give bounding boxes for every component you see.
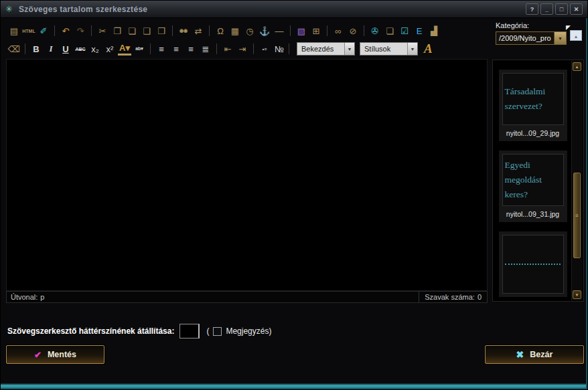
chevron-down-icon[interactable]: ▼ <box>344 43 354 55</box>
horizontal-rule-icon[interactable]: — <box>273 24 286 37</box>
paste-as-text-icon[interactable]: ❑ <box>140 24 153 37</box>
paste-from-word-icon[interactable]: ❒ <box>155 24 168 37</box>
title-bar[interactable]: ✳ Szöveges tartalom szerkesztése ? _ □ ✕ <box>1 1 587 18</box>
cut-icon[interactable]: ✂ <box>96 24 109 37</box>
scroll-down-icon[interactable]: ▼ <box>573 290 581 299</box>
thumbnail-item[interactable]: Társadalmi szervezet? nyitol...09_29.jpg <box>499 70 567 141</box>
insert-image-from-gallery-icon[interactable]: ◤ ▲ <box>567 27 582 41</box>
thumbnail-item[interactable] <box>499 231 567 297</box>
bullet-list-icon[interactable]: •≡ <box>258 42 271 56</box>
close-button-label: Bezár <box>530 350 553 359</box>
toolbar-separator <box>289 43 289 54</box>
toolbar-separator <box>25 43 25 54</box>
scrollbar-thumb[interactable]: ≡ <box>573 173 581 258</box>
chevron-down-icon[interactable]: ▼ <box>407 43 417 55</box>
close-window-button[interactable]: ✕ <box>570 3 583 15</box>
find-replace-icon[interactable]: ⇄ <box>192 24 205 37</box>
insert-date-icon[interactable]: ▦ <box>228 24 242 37</box>
minimize-button[interactable]: _ <box>540 3 553 15</box>
outdent-icon[interactable]: ⇤ <box>221 42 234 56</box>
unlink-icon[interactable]: ⊘ <box>346 24 360 37</box>
plugin-chart-icon[interactable]: ▟ <box>427 24 441 37</box>
maximize-button[interactable]: □ <box>555 3 568 15</box>
scroll-up-icon[interactable]: ▲ <box>573 62 581 71</box>
toolbar-separator <box>364 25 364 36</box>
special-char-icon[interactable]: Ω <box>214 24 227 37</box>
thumbnail-image <box>502 235 564 294</box>
text-color-icon[interactable]: A▾ <box>118 43 131 56</box>
toolbar-separator <box>327 25 327 36</box>
toolbar-separator <box>253 43 254 54</box>
element-path-value[interactable]: p <box>40 293 44 301</box>
find-icon[interactable]: ◉◉ <box>177 24 190 37</box>
background-color-icon[interactable]: ab▾ <box>133 42 146 56</box>
toolbar-separator <box>54 25 55 36</box>
insert-table-icon[interactable]: ⊞ <box>309 24 323 37</box>
close-button[interactable]: ✖ Bezár <box>485 345 584 364</box>
link-icon[interactable]: ∞ <box>332 24 345 37</box>
thumbnail-list: Társadalmi szervezet? nyitol...09_29.jpg… <box>494 60 571 300</box>
window-controls: ? _ □ ✕ <box>526 3 583 15</box>
background-color-swatch[interactable] <box>179 324 200 338</box>
plugin-embed-e-icon[interactable]: E <box>413 24 426 37</box>
toolbar-separator <box>216 43 217 54</box>
thumbnail-item[interactable]: Egyedi megoldást keres? nyitol...09_31.j… <box>499 151 567 222</box>
underline-icon[interactable]: U <box>59 42 72 56</box>
word-count: Szavak száma: 0 <box>419 292 487 302</box>
text-content-editor-dialog: ✳ Szöveges tartalom szerkesztése ? _ □ ✕… <box>0 0 588 390</box>
align-justify-icon[interactable]: ≣ <box>199 42 212 56</box>
copy-icon[interactable]: ❐ <box>111 24 124 37</box>
italic-icon[interactable]: I <box>44 42 58 56</box>
editor-brand-a-icon: A <box>424 41 433 56</box>
paste-icon[interactable]: ❏ <box>125 24 139 37</box>
check-icon: ✔ <box>34 350 42 360</box>
element-path: Útvonal: p <box>7 293 419 301</box>
html-source-icon[interactable]: HTML <box>22 24 35 37</box>
align-left-icon[interactable]: ≡ <box>155 42 168 56</box>
insert-time-icon[interactable]: ◷ <box>243 24 256 37</box>
subscript-icon[interactable]: x₂ <box>88 42 102 56</box>
editor-content-area[interactable] <box>6 59 488 291</box>
format-select[interactable]: Bekezdés ▼ <box>297 42 355 56</box>
plugin-page-icon[interactable]: ❏ <box>383 24 396 37</box>
thumbnail-scrollbar[interactable]: ▲ ≡ ▼ <box>571 61 583 300</box>
paren-open: ( <box>206 326 209 336</box>
indent-icon[interactable]: ⇥ <box>236 42 249 56</box>
thumbnail-filename: nyitol...09_31.jpg <box>502 206 564 219</box>
numbered-list-icon[interactable]: № <box>273 42 286 56</box>
align-center-icon[interactable]: ≡ <box>169 42 183 56</box>
note-checkbox[interactable] <box>213 327 222 336</box>
superscript-icon[interactable]: x² <box>103 42 117 56</box>
window-title: Szöveges tartalom szerkesztése <box>19 5 147 14</box>
toolbar-separator <box>150 43 151 54</box>
picture-icon: ▲ <box>570 30 582 41</box>
bold-icon[interactable]: B <box>29 42 43 56</box>
help-button[interactable]: ? <box>526 3 538 15</box>
category-select[interactable]: /2009/Nyito_pro ▼ <box>496 31 567 45</box>
redo-icon[interactable]: ↷ <box>74 24 87 37</box>
preview-icon[interactable]: ▤ <box>7 24 21 37</box>
styles-select[interactable]: Stílusok ▼ <box>360 42 418 56</box>
align-right-icon[interactable]: ≡ <box>184 42 198 56</box>
chevron-down-icon[interactable]: ▼ <box>554 32 566 44</box>
insert-image-icon[interactable]: ▧ <box>295 24 308 37</box>
editor-status-bar: Útvonal: p Szavak száma: 0 <box>6 291 488 303</box>
bottom-teal-band <box>1 381 587 389</box>
remove-format-icon[interactable]: ⌫ <box>7 42 21 56</box>
right-teal-edge <box>586 18 587 389</box>
editor-toolbar-row-2: ⌫BIUABCx₂x²A▾ab▾≡≡≡≣⇤⇥•≡№ Bekezdés ▼ Stí… <box>7 41 488 57</box>
app-asterisk-icon: ✳ <box>5 4 13 14</box>
thumbnail-dotted-text-line <box>505 264 561 265</box>
x-icon: ✖ <box>516 349 524 360</box>
save-button[interactable]: ✔ Mentés <box>6 345 104 364</box>
cleanup-brush-icon[interactable]: ✐ <box>37 24 50 37</box>
anchor-icon[interactable]: ⚓ <box>258 24 271 37</box>
toolbar-separator <box>290 25 291 36</box>
word-count-value: 0 <box>477 293 482 301</box>
scrollbar-track[interactable]: ≡ <box>572 72 583 289</box>
undo-icon[interactable]: ↶ <box>59 24 72 37</box>
plugin-media-icon[interactable]: ✇ <box>368 24 382 37</box>
plugin-page-check-icon[interactable]: ☑ <box>398 24 411 37</box>
strikethrough-icon[interactable]: ABC <box>74 42 87 56</box>
image-thumbnail-panel: Társadalmi szervezet? nyitol...09_29.jpg… <box>492 60 584 302</box>
